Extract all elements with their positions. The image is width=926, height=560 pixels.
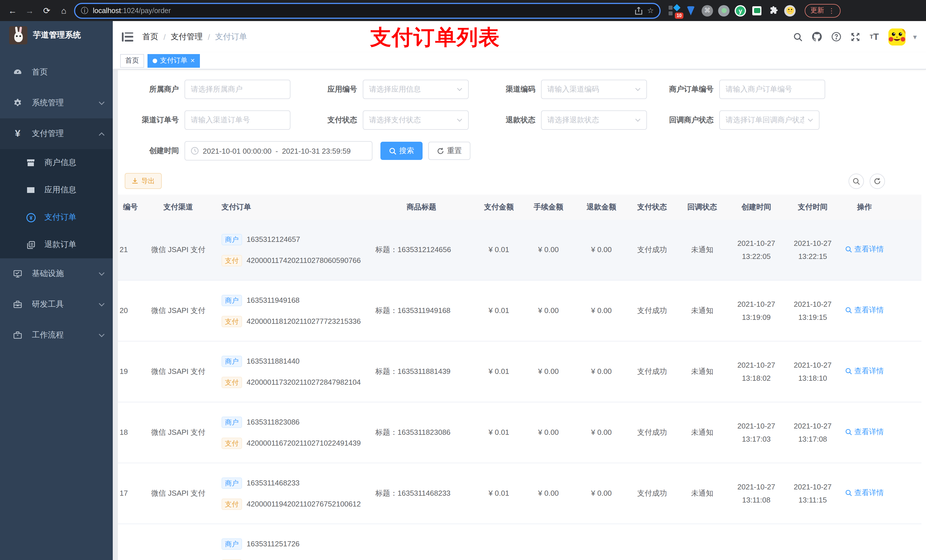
browser-update-button[interactable]: 更新 ⋮ [805, 4, 841, 17]
extension-gem-icon[interactable] [685, 5, 696, 16]
sidebar-item-pay-order[interactable]: ¥ 支付订单 [0, 204, 113, 231]
sidebar-item-merchant-info[interactable]: 商户信息 [0, 149, 113, 177]
order-id: 17 [118, 488, 143, 499]
range-separator: - [275, 146, 278, 155]
table-row: 19 微信 JSAPI 支付 商户 1635311881440 支付 42000… [118, 341, 921, 402]
view-detail-link[interactable]: 查看详情 [845, 427, 884, 438]
channel-order-no-input[interactable]: 请输入渠道订单号 [185, 110, 291, 130]
browser-menu-icon[interactable]: ⋮ [828, 6, 835, 15]
extensions-row: 10 ⌘ y [669, 5, 796, 16]
avatar-caret-icon[interactable]: ▼ [912, 33, 918, 40]
create-time: 2021-10-2713:18:02 [727, 360, 785, 383]
site-info-icon[interactable]: ⓘ [81, 5, 88, 16]
font-size-icon[interactable]: TT [870, 32, 879, 42]
chevron-up-icon [98, 132, 105, 136]
logo-image [9, 26, 27, 44]
svg-text:¥: ¥ [29, 215, 32, 220]
channel-pay-no: 4200001194202110276752100612 [247, 498, 361, 510]
extension-command-icon[interactable]: ⌘ [702, 5, 713, 16]
main-area: 首页 / 支付管理 / 支付订单 支付订单列表 [113, 21, 926, 560]
sidebar-item-app-info[interactable]: 应用信息 [0, 177, 113, 204]
export-button[interactable]: 导出 [125, 173, 162, 189]
breadcrumb-pay[interactable]: 支付管理 [171, 32, 203, 42]
merchant-order-no-input[interactable]: 请输入商户订单编号 [719, 80, 825, 99]
view-detail-link[interactable]: 查看详情 [845, 488, 884, 498]
pay-channel: 微信 JSAPI 支付 [143, 366, 213, 377]
address-bar[interactable]: ⓘ localhost:1024/pay/order ☆ [74, 3, 661, 18]
create-time: 2021-10-2713:17:03 [727, 421, 785, 444]
extension-dot-icon[interactable] [718, 5, 729, 16]
url-text: localhost:1024/pay/order [93, 6, 631, 15]
sidebar-item-workflow[interactable]: 工作流程 [0, 320, 113, 350]
avatar[interactable] [888, 28, 905, 45]
home-icon[interactable]: ⌂ [57, 4, 71, 17]
column-header: 手续金额 [521, 202, 576, 212]
channel-code-select[interactable]: 请输入渠道编码 [541, 80, 647, 99]
sidebar-item-home[interactable]: 首页 [0, 57, 113, 88]
pay-status-select[interactable]: 请选择支付状态 [363, 110, 469, 130]
channel-pay-no: 4200001173202110272847982104 [247, 377, 361, 388]
view-detail-link[interactable]: 查看详情 [845, 305, 884, 316]
reload-icon[interactable]: ⟳ [40, 4, 53, 17]
view-detail-link[interactable]: 查看详情 [845, 366, 884, 377]
sidebar-item-label: 系统管理 [32, 98, 64, 108]
back-icon[interactable]: ← [6, 4, 20, 17]
column-header: 支付时间 [785, 202, 840, 212]
column-header: 编号 [118, 202, 143, 212]
pay-amount: ¥ 0.01 [477, 366, 521, 377]
forward-icon[interactable]: → [23, 4, 36, 17]
filter-row-2: 渠道订单号 请输入渠道订单号 支付状态 请选择支付状态 退款状态 请选择退款状态 [118, 110, 926, 130]
tag-pay-order[interactable]: 支付订单 ✕ [147, 54, 200, 68]
profile-emoji-icon[interactable] [784, 5, 796, 16]
sidebar-item-pay[interactable]: ¥ 支付管理 [0, 118, 113, 149]
breadcrumb-home[interactable]: 首页 [142, 32, 158, 42]
shop-icon [25, 158, 36, 167]
extensions-puzzle-icon[interactable] [768, 5, 779, 16]
scrollbar-track[interactable] [113, 70, 118, 560]
tag-home[interactable]: 首页 [120, 54, 144, 68]
pay-amount: ¥ 0.01 [477, 305, 521, 316]
refund-status-select[interactable]: 请选择退款状态 [541, 110, 647, 130]
merchant-input[interactable]: 请选择所属商户 [185, 80, 291, 99]
merchant-order-no: 1635311881440 [247, 356, 300, 367]
fee-amount: ¥ 0.00 [521, 488, 576, 499]
share-icon[interactable] [635, 6, 643, 15]
hamburger-icon[interactable] [122, 32, 133, 41]
column-header: 创建时间 [727, 202, 785, 212]
fee-amount: ¥ 0.00 [521, 366, 576, 377]
app-select[interactable]: 请选择应用信息 [363, 80, 469, 99]
sidebar-item-refund-order[interactable]: 退款订单 [0, 231, 113, 258]
search-button[interactable]: 搜索 [380, 142, 422, 160]
sidebar-item-label: 支付管理 [32, 128, 64, 139]
notify-status-select[interactable]: 请选择订单回调商户状态 [719, 110, 820, 130]
column-header: 支付状态 [627, 202, 677, 212]
sidebar-item-infra[interactable]: 基础设施 [0, 258, 113, 289]
create-time-range-input[interactable]: 2021-10-01 00:00:00 - 2021-10-31 23:59:5… [185, 141, 372, 160]
sidebar-item-system[interactable]: 系统管理 [0, 88, 113, 118]
refund-amount: ¥ 0.00 [576, 366, 627, 377]
chevron-down-icon [98, 302, 105, 306]
extension-chat-icon[interactable] [751, 5, 763, 16]
column-header: 支付金额 [477, 202, 521, 212]
sidebar-logo[interactable]: 芋道管理系统 [0, 21, 113, 50]
fullscreen-icon[interactable] [851, 32, 860, 41]
help-icon[interactable] [831, 32, 841, 42]
extension-badge-icon[interactable]: 10 [669, 5, 680, 16]
pay-status: 支付成功 [627, 366, 677, 377]
refresh-icon[interactable] [870, 173, 885, 189]
hide-search-icon[interactable] [849, 173, 864, 189]
pay-badge: 支付 [221, 376, 242, 388]
bookmark-star-icon[interactable]: ☆ [647, 6, 654, 15]
tag-dot [153, 58, 157, 63]
search-icon[interactable] [793, 32, 802, 41]
reset-button[interactable]: 重置 [428, 142, 471, 160]
close-icon[interactable]: ✕ [190, 57, 195, 64]
order-id: 20 [118, 305, 143, 316]
table-row: 20 微信 JSAPI 支付 商户 1635311949168 支付 42000… [118, 281, 921, 341]
filter-refund-status: 退款状态 请选择退款状态 [481, 110, 647, 130]
browser-toolbar: ← → ⟳ ⌂ ⓘ localhost:1024/pay/order ☆ 10 … [0, 0, 926, 21]
view-detail-link[interactable]: 查看详情 [845, 244, 884, 255]
extension-y-icon[interactable]: y [735, 5, 746, 16]
sidebar-item-dev-tools[interactable]: 研发工具 [0, 289, 113, 320]
github-icon[interactable] [812, 32, 822, 42]
